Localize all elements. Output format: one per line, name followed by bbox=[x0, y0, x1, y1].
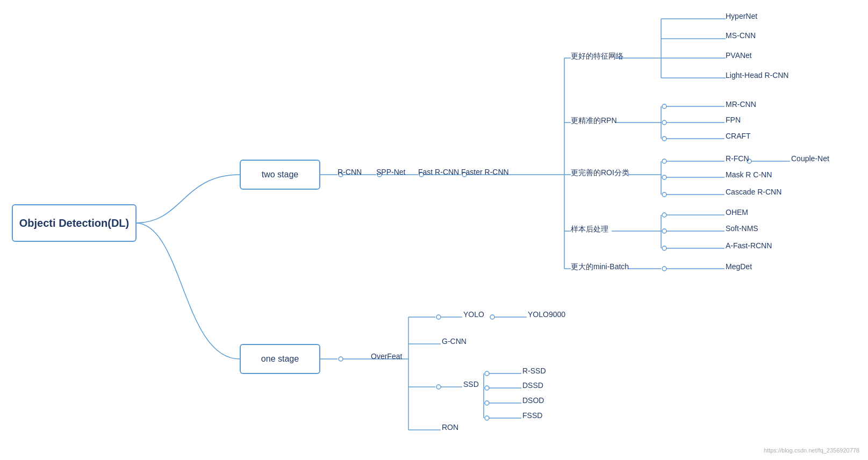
svg-point-22 bbox=[662, 120, 666, 125]
svg-point-67 bbox=[485, 386, 489, 390]
svg-point-48 bbox=[662, 267, 666, 271]
svg-point-65 bbox=[485, 371, 489, 376]
svg-point-33 bbox=[662, 192, 666, 197]
label-ron: RON bbox=[442, 423, 458, 432]
one-stage-label: one stage bbox=[261, 354, 299, 364]
root-label: Objecti Detection(DL) bbox=[19, 217, 129, 229]
leaf-lighthead: Light-Head R-CNN bbox=[726, 71, 788, 80]
leaf-mask-rcnn: Mask R C-NN bbox=[726, 170, 772, 179]
svg-point-20 bbox=[662, 104, 666, 109]
label-ssd: SSD bbox=[463, 380, 479, 389]
leaf-r-fcn: R-FCN bbox=[726, 154, 749, 163]
leaf-r-ssd: R-SSD bbox=[522, 366, 546, 375]
svg-point-29 bbox=[662, 159, 666, 163]
leaf-fpn: FPN bbox=[726, 116, 741, 124]
leaf-hypernet: HyperNet bbox=[726, 12, 757, 20]
leaf-ms-cnn: MS-CNN bbox=[726, 31, 756, 40]
svg-point-40 bbox=[662, 213, 666, 217]
leaf-couple-net: Couple-Net bbox=[791, 154, 829, 163]
svg-point-31 bbox=[662, 175, 666, 179]
label-yolo: YOLO bbox=[463, 310, 484, 319]
leaf-soft-nms: Soft-NMS bbox=[726, 224, 758, 233]
svg-point-44 bbox=[662, 246, 666, 250]
one-stage-node[interactable]: one stage bbox=[240, 344, 320, 374]
leaf-mr-cnn: MR-CNN bbox=[726, 100, 756, 109]
cat-roi: 更完善的ROI分类 bbox=[571, 168, 629, 178]
watermark: https://blog.csdn.net/fq_2356920778 bbox=[764, 447, 859, 454]
svg-point-24 bbox=[662, 136, 666, 141]
label-overfeat: OverFeat bbox=[371, 352, 402, 361]
two-stage-node[interactable]: two stage bbox=[240, 160, 320, 190]
label-g-cnn: G-CNN bbox=[442, 337, 467, 346]
leaf-dsod: DSOD bbox=[522, 396, 544, 405]
label-faster-r-cnn: Faster R-CNN bbox=[461, 168, 509, 176]
svg-point-71 bbox=[485, 416, 489, 420]
root-node: Objecti Detection(DL) bbox=[12, 204, 137, 242]
cat-rpn: 更精准的RPN bbox=[571, 116, 617, 126]
leaf-ohem: OHEM bbox=[726, 208, 748, 217]
label-r-cnn: R-CNN bbox=[338, 168, 362, 176]
cat-minibatch: 更大的mini-Batch bbox=[571, 262, 629, 272]
svg-point-69 bbox=[485, 401, 489, 405]
cat-feature-network: 更好的特征网络 bbox=[571, 52, 623, 61]
leaf-a-fast-rcnn: A-Fast-RCNN bbox=[726, 241, 772, 250]
label-fast-r-cnn: Fast R-CNN bbox=[418, 168, 459, 176]
label-spp-net: SPP-Net bbox=[376, 168, 405, 176]
two-stage-label: two stage bbox=[262, 170, 298, 179]
leaf-megdet: MegDet bbox=[726, 262, 752, 271]
leaf-cascade-rcnn: Cascade R-CNN bbox=[726, 188, 781, 196]
svg-point-58 bbox=[490, 315, 494, 319]
label-yolo9000: YOLO9000 bbox=[528, 310, 565, 319]
leaf-fssd: FSSD bbox=[522, 411, 542, 420]
cat-sample: 样本后处理 bbox=[571, 225, 608, 234]
svg-point-42 bbox=[662, 229, 666, 233]
leaf-pvanet: PVANet bbox=[726, 51, 752, 60]
svg-point-56 bbox=[436, 315, 441, 319]
svg-point-51 bbox=[339, 357, 343, 361]
leaf-dssd: DSSD bbox=[522, 381, 543, 390]
leaf-craft: CRAFT bbox=[726, 132, 751, 140]
svg-point-62 bbox=[436, 385, 441, 389]
